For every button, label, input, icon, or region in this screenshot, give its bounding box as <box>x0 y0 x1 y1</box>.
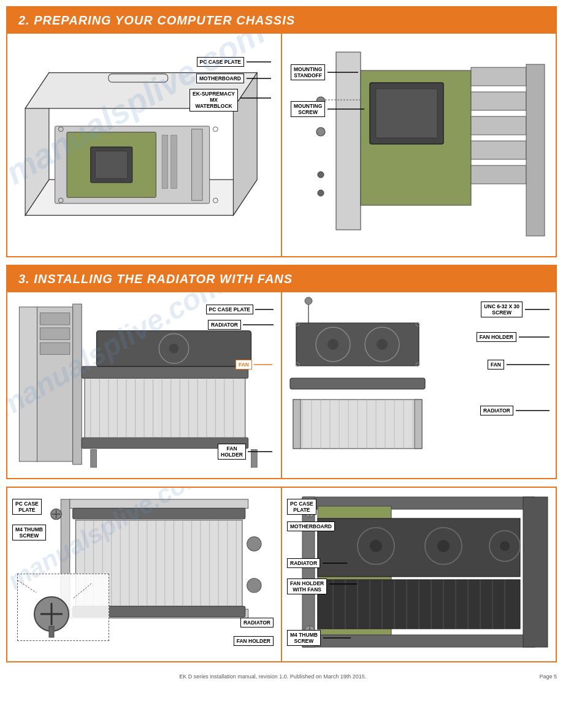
label-motherboard-br: MOTHERBOARD <box>287 521 335 531</box>
label-text-pc-case-plate-bl: PC CASE PLATE <box>12 499 42 515</box>
label-text-fan-holder-with-fans-br: FAN HOLDER WITH FANS <box>287 578 327 594</box>
svg-point-72 <box>305 297 312 305</box>
svg-rect-125 <box>73 508 245 518</box>
label-text-fan-holder-r-s3: FAN HOLDER <box>477 332 516 342</box>
svg-rect-104 <box>70 499 248 509</box>
label-m4-thumb-screw-br: M4 THUMB SCREW <box>287 630 351 646</box>
svg-point-169 <box>437 540 450 552</box>
label-unc-screw: UNC 6-32 x 30 SCREW <box>481 301 550 317</box>
section-2: 2. PREPARING YOUR COMPUTER CHASSIS manua… <box>6 6 557 257</box>
label-motherboard-s2: MOTHERBOARD <box>196 74 271 83</box>
svg-point-30 <box>318 172 324 178</box>
label-text-fan-s3: FAN <box>236 360 252 370</box>
label-text-ek-supremacy-s2: EK-SUPREMACY MX WATERBLOCK <box>190 89 238 112</box>
label-mounting-screw: MOUNTING SCREW <box>291 101 364 117</box>
label-radiator-br: RADIATOR <box>287 558 347 568</box>
label-fan-s3: FAN <box>236 360 272 370</box>
label-fan-holder-with-fans-br: FAN HOLDER WITH FANS <box>287 578 357 594</box>
section2-left-panel: manualsplive.com <box>7 34 282 256</box>
label-text-m4-thumb-screw-bl: M4 THUMB SCREW <box>12 525 46 540</box>
section-3-bottom: manualsplive.com <box>6 487 557 662</box>
svg-point-133 <box>247 537 261 551</box>
label-ek-supremacy-s2: EK-SUPREMACY MX WATERBLOCK <box>190 89 271 112</box>
page-footer: EK D series installation manual, revisio… <box>6 670 557 681</box>
svg-rect-38 <box>40 313 69 325</box>
label-text-mounting-screw: MOUNTING SCREW <box>291 101 325 117</box>
svg-rect-40 <box>40 343 69 354</box>
section-2-panels: manualsplive.com <box>7 34 556 256</box>
svg-rect-7 <box>95 151 127 179</box>
svg-rect-97 <box>293 400 301 449</box>
svg-rect-65 <box>91 450 97 468</box>
section-3-header: 3. INSTALLING THE RADIATOR WITH FANS <box>7 266 556 292</box>
svg-rect-98 <box>415 400 422 449</box>
label-text-unc-screw: UNC 6-32 x 30 SCREW <box>481 301 523 317</box>
label-text-radiator-bl: RADIATOR <box>240 618 274 628</box>
svg-point-167 <box>370 540 382 552</box>
section3-bottom-right-panel: PC CASE PLATE MOTHERBOARD RADIATOR FAN H… <box>282 488 556 661</box>
label-m4-thumb-screw-bl: M4 THUMB SCREW <box>12 525 46 540</box>
svg-rect-24 <box>471 141 526 159</box>
svg-point-75 <box>327 339 339 350</box>
footer-right: Page 5 <box>539 673 557 680</box>
label-text-pc-case-plate-br: PC CASE PLATE <box>287 499 316 515</box>
svg-point-31 <box>318 190 324 196</box>
label-fan-holder-r-s3: FAN HOLDER <box>477 332 550 342</box>
label-fan-holder-bl: FAN HOLDER <box>234 636 274 646</box>
svg-point-12 <box>213 127 218 132</box>
section3-left-panel: manualsplive.com <box>7 292 282 478</box>
svg-rect-39 <box>40 328 69 339</box>
section-3-bottom-row: manualsplive.com <box>7 488 556 661</box>
label-pc-case-plate-s3: PC CASE PLATE <box>206 305 274 314</box>
page-container: 2. PREPARING YOUR COMPUTER CHASSIS manua… <box>0 0 563 728</box>
svg-line-140 <box>73 583 91 599</box>
svg-rect-8 <box>162 135 168 188</box>
section3-right-panel: UNC 6-32 x 30 SCREW FAN HOLDER FAN RADIA… <box>282 292 556 478</box>
section-3: 3. INSTALLING THE RADIATOR WITH FANS man… <box>6 265 557 479</box>
svg-rect-73 <box>296 323 419 366</box>
svg-point-64 <box>169 344 179 354</box>
label-text-pc-case-plate-s2: PC CASE PLATE <box>197 57 244 67</box>
label-mounting-standoff: MOUNTING STANDOFF <box>291 64 358 80</box>
svg-rect-42 <box>82 366 248 378</box>
svg-rect-82 <box>290 378 425 389</box>
svg-rect-41 <box>73 304 82 464</box>
svg-rect-10 <box>192 129 202 200</box>
svg-rect-27 <box>376 89 437 138</box>
section3-bottom-left-panel: manualsplive.com <box>7 488 282 661</box>
label-pc-case-plate-bl: PC CASE PLATE <box>12 499 42 515</box>
label-text-radiator-br: RADIATOR <box>287 558 320 568</box>
svg-rect-144 <box>523 497 548 647</box>
svg-point-171 <box>500 541 510 551</box>
section3-right-svg <box>282 292 556 476</box>
svg-rect-36 <box>19 307 37 461</box>
svg-rect-21 <box>471 67 526 86</box>
svg-rect-138 <box>49 626 54 637</box>
label-text-pc-case-plate-s3: PC CASE PLATE <box>206 305 253 314</box>
label-text-motherboard-s2: MOTHERBOARD <box>196 74 244 83</box>
inset-thumb-screw-svg <box>18 574 110 642</box>
svg-point-77 <box>377 339 388 350</box>
label-radiator-bl: RADIATOR <box>240 618 274 628</box>
label-text-radiator-s3: RADIATOR <box>208 320 241 330</box>
label-text-fan-holder-s3: FAN HOLDER <box>218 444 246 460</box>
label-text-radiator-r-s3: RADIATOR <box>480 406 513 415</box>
inset-thumb-screw <box>17 574 109 641</box>
label-pc-case-plate-br: PC CASE PLATE <box>287 499 316 515</box>
label-pc-case-plate-s2: PC CASE PLATE <box>197 57 271 67</box>
label-radiator-r-s3: RADIATOR <box>480 406 550 415</box>
label-text-fan-r-s3: FAN <box>488 360 504 370</box>
label-fan-r-s3: FAN <box>488 360 550 370</box>
svg-rect-23 <box>471 116 526 135</box>
footer-center: EK D series installation manual, revisio… <box>179 673 366 680</box>
svg-rect-33 <box>526 64 545 236</box>
label-text-motherboard-br: MOTHERBOARD <box>287 521 335 531</box>
section2-right-panel: MOUNTING STANDOFF MOUNTING SCREW <box>282 34 556 256</box>
label-fan-holder-s3: FAN HOLDER <box>218 444 272 460</box>
svg-rect-25 <box>471 165 526 184</box>
label-radiator-s3: RADIATOR <box>208 320 274 330</box>
label-text-m4-thumb-screw-br: M4 THUMB SCREW <box>287 630 321 646</box>
svg-point-134 <box>247 578 261 593</box>
label-text-fan-holder-bl: FAN HOLDER <box>234 636 274 646</box>
svg-rect-143 <box>302 497 315 647</box>
